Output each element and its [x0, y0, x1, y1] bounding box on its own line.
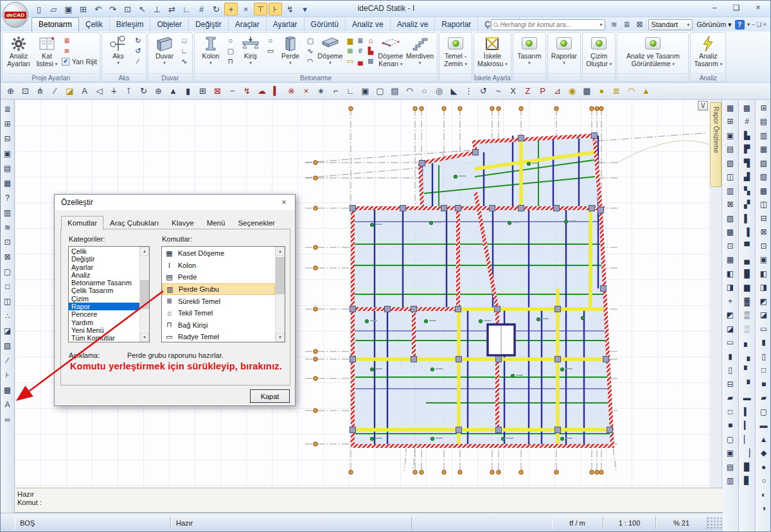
category-item[interactable]: Rapor [69, 303, 139, 310]
toolbar-icon[interactable]: ▣ [359, 84, 372, 98]
scroll-up-icon[interactable]: ▲ [140, 247, 149, 256]
analiz-tasarim-button[interactable]: Analiz Tasarım ▾ [693, 34, 723, 69]
right-toolbar-icon[interactable]: ⊟ [724, 377, 737, 391]
toolbar-icon[interactable]: ⊕ [4, 84, 17, 98]
right-toolbar-icon[interactable]: # [741, 115, 754, 129]
left-toolbar-icon[interactable]: ≋ [2, 220, 13, 235]
dialog-tab[interactable]: Komutlar [61, 216, 103, 230]
toolbar-icon[interactable]: ☁ [255, 84, 269, 98]
toolbar-icon[interactable]: ◁ [93, 84, 106, 98]
right-toolbar-icon[interactable]: ▊ [741, 474, 754, 488]
right-toolbar-icon[interactable]: ⊠ [758, 226, 770, 240]
right-toolbar-icon[interactable]: ◧ [758, 267, 770, 281]
quick-access-icon[interactable]: ▱ [47, 3, 60, 15]
doseme-button[interactable]: Döşeme ▾ [316, 34, 344, 66]
right-toolbar-icon[interactable]: ▰ [758, 391, 770, 405]
quick-access-icon[interactable]: + [224, 3, 238, 15]
right-toolbar-icon[interactable]: ▖ [741, 336, 754, 350]
kapat-button[interactable]: Kapat [250, 389, 290, 403]
toolbar-icon[interactable]: ▲ [639, 84, 653, 98]
toolbar-icon[interactable]: ◣ [447, 84, 461, 98]
quick-access-icon[interactable]: ▾ [298, 3, 312, 15]
right-toolbar-icon[interactable]: ▏ [741, 432, 754, 447]
command-panel[interactable]: Hazır Komut : [15, 488, 723, 513]
help-icon[interactable]: ? [735, 20, 745, 30]
right-toolbar-icon[interactable]: ■ [724, 419, 737, 433]
small-icon[interactable]: ○ [265, 35, 276, 46]
left-toolbar-icon[interactable]: ∕ [2, 353, 13, 368]
mini-window-controls[interactable]: ▾ – ❏ × [747, 21, 767, 28]
command-item[interactable]: ▦ Kaset Döşeme [162, 247, 275, 260]
small-icon[interactable]: ∿ [179, 56, 190, 66]
right-toolbar-icon[interactable]: ▭ [758, 322, 770, 336]
quick-access-icon[interactable]: ▣ [62, 3, 75, 15]
right-toolbar-icon[interactable]: ▮ [758, 336, 770, 350]
dialog-tab[interactable]: Menü [200, 216, 232, 229]
right-toolbar-icon[interactable]: ▄ [741, 253, 754, 267]
layers-icon[interactable]: ≋ [608, 19, 621, 30]
toolbar-icon[interactable]: ▮ [181, 84, 195, 98]
quick-access-icon[interactable]: ↻ [209, 3, 223, 15]
small-icon[interactable]: ▢ [305, 35, 315, 46]
left-toolbar-icon[interactable]: ⊦ [2, 368, 13, 382]
dialog-tab[interactable]: Klavye [165, 216, 200, 229]
right-toolbar-icon[interactable]: ▩ [724, 226, 737, 240]
toolbar-icon[interactable]: Ρ [536, 84, 549, 98]
scroll-down-icon[interactable]: ▼ [140, 333, 149, 342]
left-toolbar-icon[interactable]: A [2, 397, 13, 412]
right-toolbar-icon[interactable]: ◫ [758, 198, 770, 212]
status-scale[interactable]: 1 : 100 [603, 517, 656, 529]
toolbar-icon[interactable]: ▲ [166, 84, 180, 98]
small-icon[interactable]: ↺ [133, 46, 143, 56]
quick-access-icon[interactable]: ⊥ [150, 3, 164, 15]
analiz-ayarlari-button[interactable]: Analiz Ayarları [4, 34, 33, 69]
right-toolbar-icon[interactable]: ▢ [758, 405, 770, 419]
category-item[interactable]: Tüm Komutlar [69, 334, 139, 342]
command-item[interactable]: I Kolon [162, 260, 275, 272]
quick-access-icon[interactable]: ↶ [91, 3, 105, 15]
right-toolbar-icon[interactable]: ▟ [741, 170, 754, 184]
toolbar-icon[interactable]: × [299, 84, 313, 98]
app-logo[interactable]: deCAD [3, 2, 28, 28]
left-toolbar-icon[interactable]: ◫ [2, 294, 13, 308]
ribbon-tab[interactable]: Birleşim [110, 18, 151, 31]
rapor-onizleme-tab[interactable]: Rapor Önizleme [710, 102, 722, 187]
right-toolbar-icon[interactable]: ▭ [724, 336, 737, 350]
command-search[interactable]: ▾ [491, 19, 605, 30]
ribbon-tab[interactable]: Ayarlar [267, 18, 305, 31]
toolbar-icon[interactable]: ● [595, 84, 608, 98]
left-toolbar-icon[interactable]: ∴ [2, 308, 13, 323]
right-toolbar-icon[interactable]: ⊟ [758, 211, 770, 226]
small-icon[interactable]: ∕ [133, 56, 143, 66]
toolbar-icon[interactable]: ↻ [137, 84, 150, 98]
left-toolbar-icon[interactable]: ⊞ [2, 116, 13, 131]
quick-access-icon[interactable]: ⊤ [254, 3, 267, 15]
right-toolbar-icon[interactable]: ▰ [724, 391, 737, 405]
right-toolbar-icon[interactable]: ▲ [758, 432, 770, 447]
right-toolbar-icon[interactable]: ▚ [741, 184, 754, 198]
right-toolbar-icon[interactable]: ▩ [741, 101, 754, 115]
right-toolbar-icon[interactable]: ▝ [741, 377, 754, 391]
quick-access-icon[interactable]: ∟ [180, 3, 193, 15]
small-icon[interactable]: # [355, 46, 366, 56]
category-item[interactable]: Ayarlar [69, 263, 139, 271]
right-toolbar-icon[interactable]: ▧ [758, 156, 770, 170]
right-toolbar-icon[interactable]: ▧ [724, 156, 737, 170]
right-toolbar-icon[interactable]: ▬ [758, 419, 770, 433]
right-toolbar-icon[interactable]: ● [758, 460, 770, 474]
category-item[interactable]: Analiz [69, 271, 139, 279]
right-toolbar-icon[interactable]: ▥ [724, 184, 737, 198]
right-toolbar-icon[interactable]: ◩ [724, 308, 737, 323]
dialog-tab[interactable]: Araç Çubukları [103, 216, 165, 229]
small-icon[interactable]: ⌂ [366, 35, 376, 46]
right-toolbar-icon[interactable]: ◐ [758, 488, 770, 502]
toolbar-icon[interactable]: ⊡ [19, 84, 32, 98]
right-toolbar-icon[interactable]: ⊞ [724, 115, 737, 129]
ribbon-tab[interactable]: Analiz ve [346, 18, 391, 31]
status-zoom[interactable]: % 21 [656, 517, 707, 529]
right-toolbar-icon[interactable]: ▤ [758, 115, 770, 129]
quick-access-icon[interactable]: # [195, 3, 208, 15]
toolbar-icon[interactable]: ⊺ [122, 84, 136, 98]
right-toolbar-icon[interactable]: ▒ [741, 308, 754, 323]
merdiven-button[interactable]: Merdiven ▾ [405, 34, 435, 66]
